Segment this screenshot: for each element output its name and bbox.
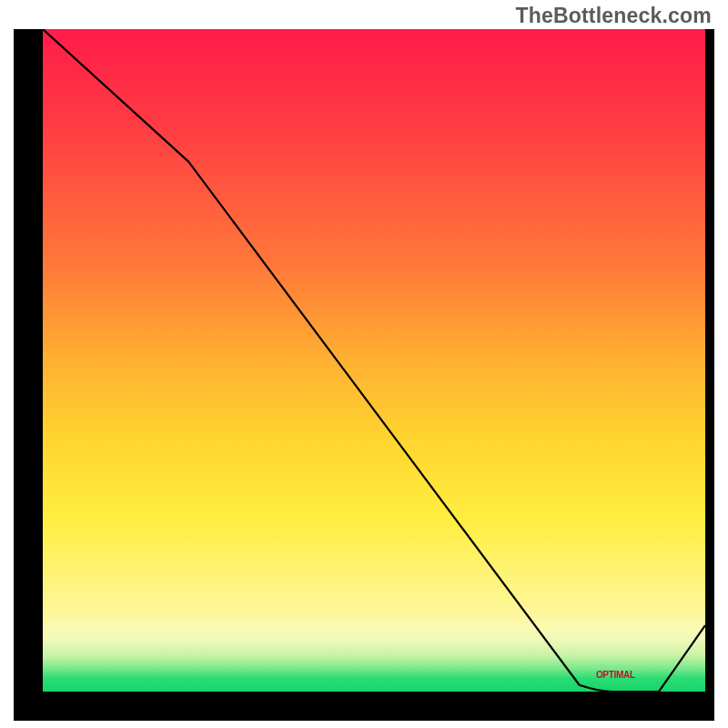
watermark-text: TheBottleneck.com <box>515 4 712 28</box>
bottleneck-curve <box>43 29 705 692</box>
chart-root: TheBottleneck.com OPTIMAL <box>0 0 728 728</box>
chart-panel: OPTIMAL <box>14 29 714 721</box>
curve-svg <box>43 29 705 692</box>
optimal-label: OPTIMAL <box>596 670 635 680</box>
plot-area: OPTIMAL <box>43 29 705 692</box>
